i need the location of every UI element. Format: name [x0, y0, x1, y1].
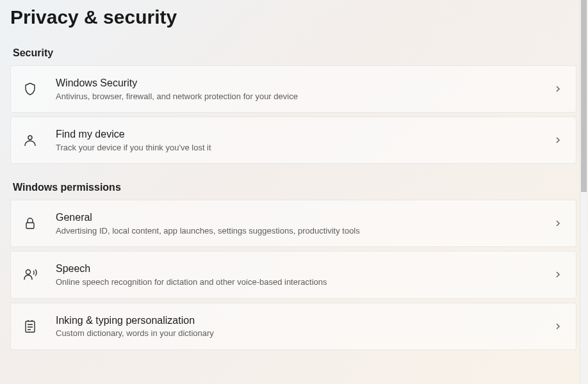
section-header-security: Security	[13, 47, 576, 59]
card-desc: Online speech recognition for dictation …	[56, 276, 553, 288]
chevron-right-icon	[553, 84, 563, 94]
card-text: Windows Security Antivirus, browser, fir…	[48, 76, 553, 102]
card-windows-security[interactable]: Windows Security Antivirus, browser, fir…	[10, 65, 576, 113]
vertical-scrollbar[interactable]	[580, 0, 587, 384]
card-general[interactable]: General Advertising ID, local content, a…	[10, 200, 576, 247]
page-title: Privacy & security	[10, 0, 576, 47]
card-title: Inking & typing personalization	[56, 314, 553, 328]
find-device-icon	[22, 132, 48, 148]
card-desc: Antivirus, browser, firewall, and networ…	[56, 91, 553, 102]
card-title: Windows Security	[56, 76, 553, 90]
card-find-my-device[interactable]: Find my device Track your device if you …	[10, 116, 576, 164]
card-text: General Advertising ID, local content, a…	[48, 211, 553, 236]
chevron-right-icon	[553, 218, 563, 228]
chevron-right-icon	[553, 321, 563, 332]
section-header-windows-permissions: Windows permissions	[13, 182, 576, 193]
card-desc: Custom dictionary, words in your diction…	[56, 328, 553, 339]
lock-icon	[22, 216, 48, 231]
shield-icon	[22, 81, 48, 97]
card-text: Find my device Track your device if you …	[48, 127, 553, 153]
card-speech[interactable]: Speech Online speech recognition for dic…	[10, 251, 576, 298]
svg-rect-1	[26, 223, 34, 228]
scrollbar-thumb[interactable]	[581, 0, 587, 192]
privacy-security-page: Privacy & security Security Windows Secu…	[0, 0, 588, 384]
chevron-right-icon	[553, 269, 563, 280]
card-text: Inking & typing personalization Custom d…	[48, 314, 553, 339]
chevron-right-icon	[553, 135, 563, 145]
card-title: Find my device	[56, 127, 553, 141]
card-desc: Advertising ID, local content, app launc…	[56, 225, 553, 237]
card-text: Speech Online speech recognition for dic…	[48, 262, 553, 287]
speech-icon	[22, 267, 48, 282]
inking-icon	[22, 319, 48, 334]
svg-point-2	[26, 270, 31, 275]
card-title: Speech	[56, 262, 553, 276]
card-title: General	[56, 211, 553, 225]
card-inking-typing[interactable]: Inking & typing personalization Custom d…	[10, 303, 576, 350]
svg-point-0	[28, 136, 32, 140]
card-desc: Track your device if you think you've lo…	[56, 142, 553, 154]
